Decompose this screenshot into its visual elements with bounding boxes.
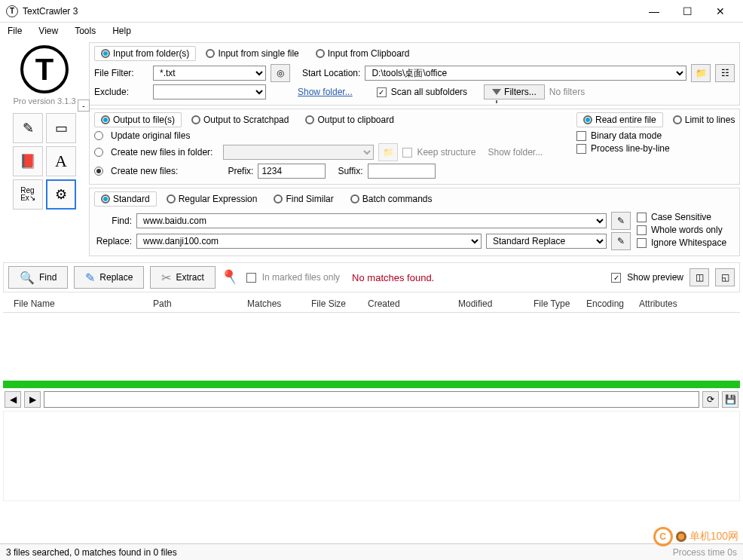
close-button[interactable]: ✕ [704, 1, 737, 22]
next-button[interactable]: ▶ [24, 391, 41, 408]
search-icon: 🔍 [20, 271, 35, 285]
replace-mode-select[interactable]: Standard Replace [486, 234, 607, 249]
tab-regex[interactable]: Regular Expression [160, 191, 264, 207]
replace-input[interactable]: www.danji100.com [136, 234, 482, 249]
output-panel: Output to file(s) Output to Scratchpad O… [89, 109, 740, 185]
scissors-icon: ✂ [161, 271, 171, 285]
tree-icon[interactable]: ☷ [715, 64, 735, 82]
binary-mode-checkbox[interactable] [576, 131, 586, 141]
output-show-folder[interactable]: Show folder... [488, 147, 543, 158]
extract-button[interactable]: ✂Extract [150, 266, 215, 289]
path-input[interactable] [44, 391, 699, 408]
search-panel: Standard Regular Expression Find Similar… [89, 188, 740, 256]
tab-output-scratch[interactable]: Output to Scratchpad [185, 112, 295, 127]
suffix-label: Suffix: [338, 166, 362, 176]
watermark-c-icon: C [653, 527, 673, 546]
tab-output-files[interactable]: Output to file(s) [94, 112, 182, 127]
version-label: Pro version 3.1.3 [13, 96, 75, 106]
col-filetype[interactable]: File Type [529, 297, 582, 311]
maximize-button[interactable]: ☐ [671, 1, 704, 22]
menu-help[interactable]: Help [112, 26, 131, 36]
refresh-icon[interactable]: ⟳ [702, 391, 719, 408]
prefix-input[interactable] [258, 164, 326, 179]
layout-icon-1[interactable]: ◫ [689, 268, 709, 286]
file-filter-label: File Filter: [94, 68, 148, 78]
file-filter-select[interactable]: *.txt [153, 66, 266, 81]
tool-window-icon[interactable]: ▭ [46, 113, 76, 143]
radio-create-folder[interactable] [94, 148, 103, 157]
marked-only-checkbox[interactable] [246, 273, 256, 283]
col-modified[interactable]: Modified [454, 297, 529, 311]
target-icon[interactable]: ◎ [271, 64, 290, 82]
tab-read-entire[interactable]: Read entire file [576, 112, 663, 127]
show-folder-link[interactable]: Show folder... [298, 87, 353, 97]
folder-open-icon[interactable]: 📁 [691, 64, 711, 82]
show-preview-checkbox[interactable] [611, 273, 621, 283]
keep-structure-checkbox [402, 148, 412, 158]
tool-edit-icon[interactable]: ✎ [13, 113, 43, 143]
process-line-checkbox[interactable] [576, 144, 586, 154]
left-column: T Pro version 3.1.3 - ✎ ▭ 📕 A RegEx↘ ⚙ [3, 42, 86, 256]
col-filename[interactable]: File Name [9, 297, 148, 311]
prev-button[interactable]: ◀ [5, 391, 21, 408]
tool-font-icon[interactable]: A [46, 146, 76, 176]
pin-icon[interactable]: 📍 [218, 265, 243, 289]
find-label: Find: [94, 216, 132, 226]
window-title: TextCrawler 3 [23, 6, 638, 17]
exclude-label: Exclude: [94, 87, 148, 97]
col-attributes[interactable]: Attributes [634, 297, 687, 311]
case-sensitive-checkbox[interactable] [637, 213, 647, 222]
watermark-text: 单机100网 [689, 530, 738, 543]
watermark: C 单机100网 [653, 527, 738, 546]
scan-subfolders-label: Scan all subfolders [391, 87, 467, 97]
start-location-select[interactable]: D:\tools\桌面\office [365, 66, 686, 81]
whole-words-checkbox[interactable] [637, 225, 647, 235]
filters-button[interactable]: Filters... [484, 84, 545, 99]
tab-standard[interactable]: Standard [94, 191, 157, 207]
tab-limit-lines[interactable]: Limit to lines [666, 112, 742, 127]
preview-area [3, 411, 740, 501]
app-icon: T [6, 5, 18, 17]
find-edit-icon[interactable]: ✎ [611, 212, 631, 230]
tab-input-folder[interactable]: Input from folder(s) [94, 46, 196, 61]
tab-similar[interactable]: Find Similar [267, 191, 340, 207]
no-filters-label: No filters [549, 87, 585, 97]
col-matches[interactable]: Matches [243, 297, 307, 311]
tab-input-single[interactable]: Input from single file [199, 46, 305, 61]
tool-grid: - ✎ ▭ 📕 A RegEx↘ ⚙ [13, 113, 76, 210]
tab-input-clipboard[interactable]: Input from Clipboard [309, 46, 417, 61]
ignore-ws-checkbox[interactable] [637, 238, 647, 248]
col-filesize[interactable]: File Size [307, 297, 363, 311]
statusbar: 3 files searched, 0 matches found in 0 f… [0, 543, 743, 560]
radio-create-new[interactable] [94, 167, 103, 176]
logo-icon: T [20, 45, 69, 93]
tab-output-clip[interactable]: Output to clipboard [298, 112, 400, 127]
menu-tools[interactable]: Tools [75, 26, 96, 36]
browse-folder-icon: 📁 [378, 143, 398, 161]
exclude-select[interactable] [153, 84, 266, 99]
find-button[interactable]: 🔍Find [8, 266, 68, 289]
replace-button[interactable]: ✎Replace [74, 266, 144, 289]
create-folder-path [223, 145, 374, 160]
minimize-button[interactable]: — [638, 1, 671, 22]
find-input[interactable]: www.baidu.com [136, 213, 607, 228]
suffix-input[interactable] [368, 164, 436, 179]
tool-regex-icon[interactable]: RegEx↘ [13, 179, 43, 210]
menu-view[interactable]: View [38, 26, 58, 36]
tool-book-icon[interactable]: 📕 [13, 146, 43, 176]
replace-edit-icon[interactable]: ✎ [611, 232, 631, 250]
status-left: 3 files searched, 0 matches found in 0 f… [6, 547, 177, 558]
radio-update-original[interactable] [94, 131, 103, 140]
tab-batch[interactable]: Batch commands [344, 191, 439, 207]
tool-settings-icon[interactable]: ⚙ [46, 179, 76, 210]
layout-icon-2[interactable]: ◱ [715, 268, 735, 286]
col-path[interactable]: Path [148, 297, 243, 311]
menu-file[interactable]: File [8, 26, 22, 36]
watermark-dot-icon [676, 531, 686, 542]
col-created[interactable]: Created [363, 297, 454, 311]
results-header: File Name Path Matches File Size Created… [3, 295, 740, 313]
scan-subfolders-checkbox[interactable] [377, 87, 387, 97]
save-icon[interactable]: 💾 [722, 391, 738, 408]
collapse-button[interactable]: - [78, 99, 90, 112]
col-encoding[interactable]: Encoding [582, 297, 634, 311]
